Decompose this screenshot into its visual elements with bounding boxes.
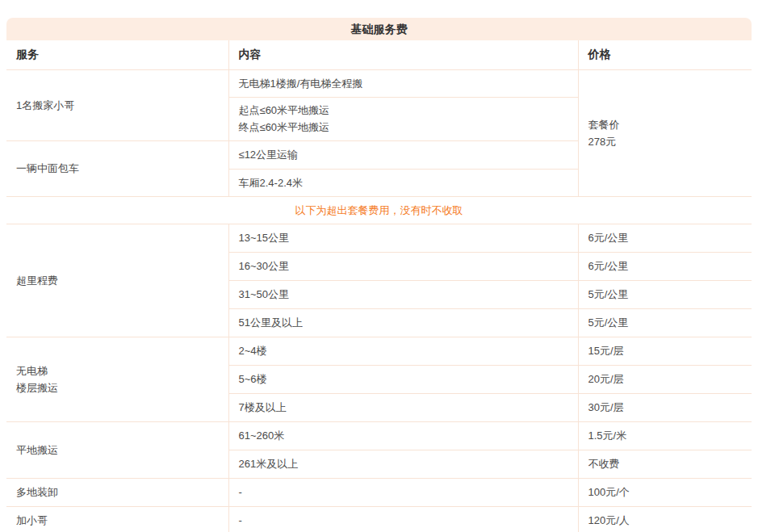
- header-cell-service: 服务: [6, 40, 228, 69]
- content-cell: -: [228, 506, 578, 532]
- content-cell: 5~6楼: [228, 365, 578, 393]
- header-cell-price: 价格: [578, 40, 752, 69]
- service-cell-mileage: 超里程费: [6, 224, 228, 337]
- content-cell: 51公里及以上: [228, 308, 578, 337]
- service-cell-stairs: 无电梯 楼层搬运: [6, 337, 228, 421]
- content-cell: -: [228, 478, 578, 506]
- table-row: 平地搬运 61~260米 1.5元/米: [6, 421, 752, 450]
- price-cell: 不收费: [578, 450, 752, 478]
- price-cell: 30元/层: [578, 393, 752, 421]
- header-cell-content: 内容: [228, 40, 578, 69]
- price-cell: 20元/层: [578, 365, 752, 393]
- price-cell: 6元/公里: [578, 224, 752, 252]
- price-cell: 120元/人: [578, 506, 752, 532]
- service-cell-mover: 1名搬家小哥: [6, 69, 228, 140]
- content-cell: 2~4楼: [228, 337, 578, 365]
- package-price-value: 278元: [588, 136, 617, 148]
- price-cell: 5元/公里: [578, 308, 752, 337]
- service-cell-ground: 平地搬运: [6, 421, 228, 478]
- table-row: 1名搬家小哥 无电梯1楼搬/有电梯全程搬 套餐价 278元: [6, 69, 752, 97]
- table-title: 基础服务费: [6, 18, 752, 40]
- price-cell: 1.5元/米: [578, 421, 752, 450]
- notice-text: 以下为超出套餐费用，没有时不收取: [6, 196, 752, 224]
- content-cell: ≤12公里运输: [228, 140, 578, 169]
- service-line: 楼层搬运: [16, 382, 58, 394]
- header-row: 服务 内容 价格: [6, 40, 752, 69]
- content-cell: 起点≤60米平地搬运 终点≤60米平地搬运: [228, 97, 578, 140]
- content-cell: 31~50公里: [228, 280, 578, 308]
- pricing-table: 基础服务费 服务 内容 价格 1名搬家小哥 无电梯1楼搬/有电梯全程搬: [6, 18, 752, 532]
- price-cell: 100元/个: [578, 478, 752, 506]
- content-cell: 无电梯1楼搬/有电梯全程搬: [228, 69, 578, 97]
- content-cell: 7楼及以上: [228, 393, 578, 421]
- package-price-label: 套餐价: [588, 119, 620, 131]
- page: 基础服务费 服务 内容 价格 1名搬家小哥 无电梯1楼搬/有电梯全程搬: [0, 0, 758, 532]
- price-cell: 5元/公里: [578, 280, 752, 308]
- service-cell-van: 一辆中面包车: [6, 140, 228, 196]
- table-row: 加小哥 - 120元/人: [6, 506, 752, 532]
- content-line: 起点≤60米平地搬运: [239, 104, 330, 116]
- table-row: 多地装卸 - 100元/个: [6, 478, 752, 506]
- price-cell-package: 套餐价 278元: [578, 69, 752, 196]
- notice-row: 以下为超出套餐费用，没有时不收取: [6, 196, 752, 224]
- price-cell: 15元/层: [578, 337, 752, 365]
- content-cell: 16~30公里: [228, 252, 578, 280]
- content-cell: 261米及以上: [228, 450, 578, 478]
- price-cell: 6元/公里: [578, 252, 752, 280]
- service-cell-multi-loading: 多地装卸: [6, 478, 228, 506]
- table-row: 无电梯 楼层搬运 2~4楼 15元/层: [6, 337, 752, 365]
- content-cell: 13~15公里: [228, 224, 578, 252]
- service-cell-extra-mover: 加小哥: [6, 506, 228, 532]
- pricing-table-grid: 服务 内容 价格 1名搬家小哥 无电梯1楼搬/有电梯全程搬 套餐价 278元: [6, 40, 752, 532]
- content-cell: 61~260米: [228, 421, 578, 450]
- content-line: 终点≤60米平地搬运: [239, 121, 330, 133]
- service-line: 无电梯: [16, 365, 48, 377]
- content-cell: 车厢2.4-2.4米: [228, 169, 578, 196]
- table-row: 超里程费 13~15公里 6元/公里: [6, 224, 752, 252]
